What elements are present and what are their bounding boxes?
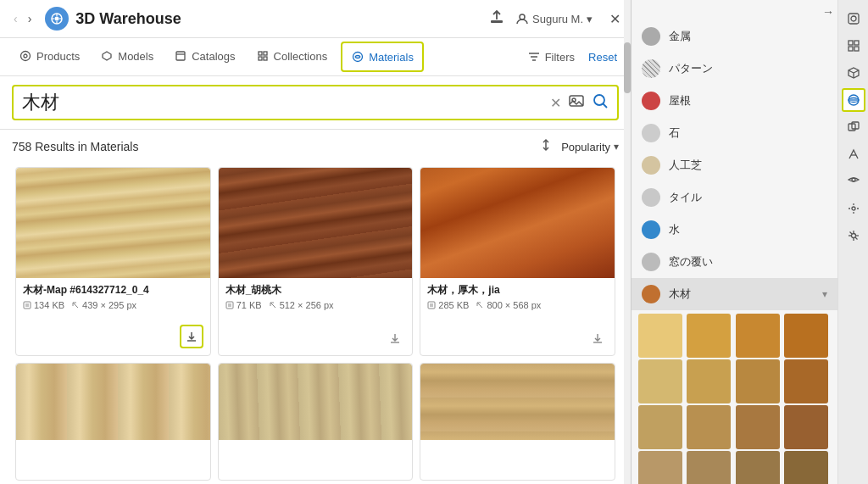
swatch-2[interactable] <box>736 314 780 358</box>
strip-item-8[interactable] <box>842 224 865 248</box>
download-icon-1[interactable] <box>385 328 405 348</box>
category-label-stone: 石 <box>669 125 827 141</box>
svg-rect-45 <box>854 47 859 51</box>
swatch-10[interactable] <box>736 405 780 449</box>
catalogs-tab-icon <box>174 49 187 63</box>
material-info-2: 木材，厚木，jia 285 KB <box>420 278 615 315</box>
sort-button[interactable] <box>539 138 553 155</box>
svg-line-28 <box>73 303 78 308</box>
header-actions: Suguru M. ▾ ✕ <box>488 8 620 30</box>
category-label-tile: タイル <box>669 190 827 205</box>
swatch-8[interactable] <box>638 405 682 449</box>
download-badge-0[interactable] <box>180 325 203 348</box>
svg-rect-25 <box>24 302 31 309</box>
svg-point-1 <box>55 17 59 21</box>
tab-collections[interactable]: Collections <box>248 42 337 71</box>
strip-item-0[interactable] <box>842 7 865 31</box>
strip-item-4[interactable] <box>842 115 865 139</box>
category-label-metal: 金属 <box>669 29 827 44</box>
swatches-grid <box>632 310 837 484</box>
pattern-circle <box>642 59 660 78</box>
swatch-14[interactable] <box>736 451 780 484</box>
swatch-5[interactable] <box>687 359 731 403</box>
swatch-6[interactable] <box>736 359 780 403</box>
swatch-15[interactable] <box>784 451 828 484</box>
svg-point-9 <box>24 54 27 58</box>
category-item-water[interactable]: 水 <box>632 214 837 246</box>
tab-models[interactable]: Models <box>92 42 162 71</box>
swatch-1[interactable] <box>687 314 731 358</box>
filters-button[interactable]: Filters <box>520 45 581 69</box>
swatch-12[interactable] <box>638 451 682 484</box>
material-meta-0: 134 KB 439 × 295 px <box>23 300 203 310</box>
material-card-1[interactable]: 木材_胡桃木 71 KB <box>218 167 414 356</box>
category-item-tile[interactable]: タイル <box>632 181 837 214</box>
tab-materials[interactable]: Materials <box>341 42 424 72</box>
swatch-9[interactable] <box>687 405 731 449</box>
blinds-circle <box>642 253 660 271</box>
strip-item-6[interactable] <box>842 170 865 193</box>
material-card-4[interactable] <box>218 363 414 481</box>
forward-arrow-button[interactable]: → <box>822 5 834 19</box>
forward-button[interactable]: › <box>25 10 36 27</box>
swatch-13[interactable] <box>687 451 731 484</box>
strip-item-materials[interactable] <box>842 88 865 112</box>
sort-label: Popularity <box>561 141 610 153</box>
strip-item-7[interactable] <box>842 197 865 220</box>
material-card-3[interactable] <box>15 363 211 481</box>
upload-button[interactable] <box>488 8 505 30</box>
swatch-4[interactable] <box>638 359 682 403</box>
collections-tab-icon <box>256 49 270 63</box>
tab-products[interactable]: Products <box>10 42 88 71</box>
search-input[interactable] <box>22 92 543 114</box>
material-info-0: 木材-Map #614327712_0_4 134 KB <box>16 278 210 315</box>
category-item-blinds[interactable]: 窓の覆い <box>632 246 837 278</box>
svg-rect-10 <box>176 52 185 60</box>
scrollbar-thumb[interactable] <box>624 42 631 93</box>
material-card-0[interactable]: 木材-Map #614327712_0_4 134 KB <box>15 167 211 356</box>
right-sidebar: → 金属 パターン 屋根 石 人工芝 タイル 水 <box>632 0 868 484</box>
user-name: Suguru M. <box>532 13 583 25</box>
material-thumbnail-5 <box>420 364 615 440</box>
category-item-wood[interactable]: 木材 ▾ <box>632 278 837 310</box>
search-image-button[interactable] <box>568 92 585 114</box>
category-label-pattern: パターン <box>669 61 827 76</box>
swatch-3[interactable] <box>784 314 828 358</box>
wood-expand-icon: ▾ <box>822 288 827 300</box>
category-item-turf[interactable]: 人工芝 <box>632 149 837 181</box>
download-icon-2[interactable] <box>587 328 608 348</box>
warehouse-title: 3D Warehouse <box>75 10 181 28</box>
material-card-5[interactable] <box>420 363 615 481</box>
strip-item-2[interactable] <box>842 61 865 85</box>
material-size-1: 71 KB <box>225 300 262 310</box>
sort-wrapper: Popularity ▾ <box>561 141 619 153</box>
search-clear-button[interactable]: ✕ <box>550 95 561 111</box>
stone-circle <box>642 124 660 142</box>
category-item-metal[interactable]: 金属 <box>632 20 837 53</box>
category-item-stone[interactable]: 石 <box>632 117 837 149</box>
material-size-2: 285 KB <box>427 300 469 310</box>
close-button[interactable]: ✕ <box>609 11 620 27</box>
tab-catalogs[interactable]: Catalogs <box>165 42 243 71</box>
tile-circle <box>642 188 660 207</box>
material-thumbnail-3 <box>16 364 210 440</box>
reset-button[interactable]: Reset <box>585 46 620 69</box>
tab-models-label: Models <box>118 50 153 63</box>
material-thumbnail-4 <box>219 364 413 440</box>
strip-item-5[interactable] <box>842 142 865 166</box>
swatch-11[interactable] <box>784 405 828 449</box>
user-button[interactable]: Suguru M. ▾ <box>515 12 593 25</box>
material-card-2[interactable]: 木材，厚木，jia 285 KB <box>420 167 615 356</box>
category-item-pattern[interactable]: パターン <box>632 53 837 85</box>
category-label-water: 水 <box>669 222 827 237</box>
swatch-7[interactable] <box>784 359 828 403</box>
search-go-button[interactable] <box>592 92 609 114</box>
scrollbar[interactable] <box>624 0 631 484</box>
category-item-roof[interactable]: 屋根 <box>632 85 837 117</box>
top-nav: ‹ › 3D Warehouse <box>0 0 631 38</box>
back-button[interactable]: ‹ <box>10 10 21 27</box>
material-meta-2: 285 KB 800 × 568 px <box>427 300 608 310</box>
swatch-0[interactable] <box>638 314 682 358</box>
svg-point-16 <box>353 53 363 62</box>
strip-item-1[interactable] <box>842 34 865 58</box>
